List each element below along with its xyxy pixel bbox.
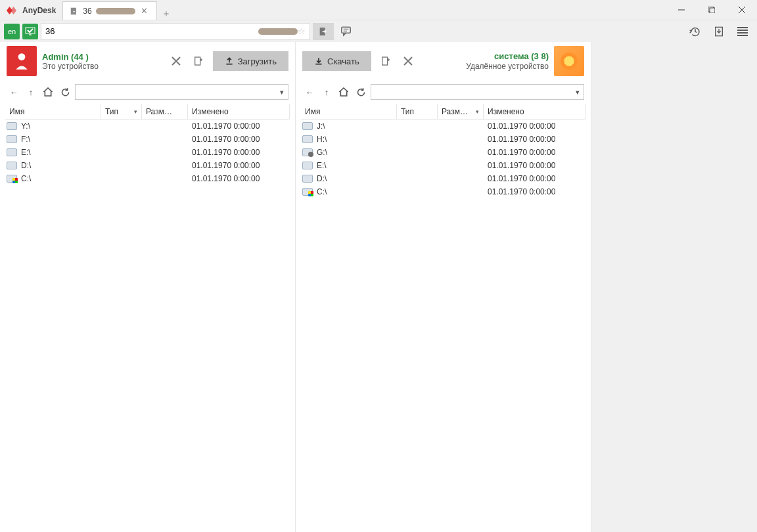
nav-back-icon[interactable]: ← xyxy=(302,85,317,99)
drive-name: J:\ xyxy=(317,122,325,131)
drive-row[interactable]: D:\01.01.1970 0:00:00 xyxy=(301,172,585,185)
drive-row[interactable]: Y:\01.01.1970 0:00:00 xyxy=(5,120,290,133)
nav-refresh-icon[interactable] xyxy=(354,85,368,99)
chevron-down-icon: ▾ xyxy=(576,88,580,97)
drive-row[interactable]: C:\01.01.1970 0:00:00 xyxy=(301,185,585,198)
local-header: Admin (44 ) Это устройство Загрузить xyxy=(0,42,295,80)
download-button[interactable]: Скачать xyxy=(302,51,371,71)
chevron-down-icon: ▾ xyxy=(280,88,284,97)
new-folder-button[interactable] xyxy=(191,56,206,66)
local-identity: Admin (44 ) Это устройство xyxy=(42,52,99,71)
toolbar: en ☆ xyxy=(0,20,757,42)
nav-refresh-icon[interactable] xyxy=(58,85,72,99)
drive-modified: 01.01.1970 0:00:00 xyxy=(188,148,290,157)
drive-row[interactable]: E:\01.01.1970 0:00:00 xyxy=(5,146,290,159)
chevron-down-icon: ▾ xyxy=(476,108,479,115)
drive-row[interactable]: H:\01.01.1970 0:00:00 xyxy=(301,133,585,146)
col-mod[interactable]: Изменено xyxy=(188,104,290,119)
favorite-icon[interactable]: ☆ xyxy=(298,26,306,36)
drive-name: E:\ xyxy=(21,148,31,157)
drive-modified: 01.01.1970 0:00:00 xyxy=(484,161,585,170)
remote-identity: система (3 8) Удалённое устройство xyxy=(466,51,549,71)
remote-navrow: ← ↑ ▾ xyxy=(296,80,591,104)
drive-row[interactable]: J:\01.01.1970 0:00:00 xyxy=(301,120,585,133)
col-name[interactable]: Имя xyxy=(5,104,101,119)
app-name: AnyDesk xyxy=(22,6,56,15)
menu-button[interactable] xyxy=(732,23,753,40)
drive-name: E:\ xyxy=(317,161,327,170)
nav-home-icon[interactable] xyxy=(336,85,351,99)
minimize-button[interactable] xyxy=(666,0,697,20)
drive-modified: 01.01.1970 0:00:00 xyxy=(188,174,290,183)
nav-home-icon[interactable] xyxy=(41,85,55,99)
col-mod[interactable]: Изменено xyxy=(484,104,585,119)
close-pane-button[interactable] xyxy=(400,56,416,66)
upload-button[interactable]: Загрузить xyxy=(213,51,288,71)
tab-session[interactable]: 36 ✕ xyxy=(62,1,156,20)
tab-title: 36 xyxy=(83,7,91,16)
tabs: AnyDesk 36 ✕ ＋ xyxy=(0,0,175,20)
drive-modified: 01.01.1970 0:00:00 xyxy=(484,174,585,183)
drive-row[interactable]: D:\01.01.1970 0:00:00 xyxy=(5,159,290,172)
drive-name: Y:\ xyxy=(21,122,30,131)
drive-icon xyxy=(7,122,17,130)
history-button[interactable] xyxy=(685,23,706,40)
drive-modified: 01.01.1970 0:00:00 xyxy=(484,122,585,131)
lang-indicator[interactable]: en xyxy=(4,24,20,39)
drive-modified: 01.01.1970 0:00:00 xyxy=(484,135,585,144)
drive-icon xyxy=(7,162,17,169)
remote-pane: Скачать система (3 8) Удалённое устройст… xyxy=(296,42,591,532)
remote-path-combo[interactable]: ▾ xyxy=(371,84,584,100)
col-type[interactable]: Тип▾ xyxy=(101,104,142,119)
svg-rect-5 xyxy=(342,27,351,33)
drive-name: F:\ xyxy=(21,135,30,144)
close-button[interactable] xyxy=(727,0,757,20)
remote-header: Скачать система (3 8) Удалённое устройст… xyxy=(296,42,591,80)
new-folder-button[interactable] xyxy=(378,56,394,66)
drive-modified: 01.01.1970 0:00:00 xyxy=(188,161,290,170)
connect-button[interactable] xyxy=(313,23,334,40)
drive-row[interactable]: C:\01.01.1970 0:00:00 xyxy=(5,172,290,185)
svg-rect-9 xyxy=(382,57,387,65)
local-avatar xyxy=(7,46,37,76)
redacted xyxy=(258,28,298,35)
titlebar: AnyDesk 36 ✕ ＋ xyxy=(0,0,757,20)
drive-modified: 01.01.1970 0:00:00 xyxy=(188,122,290,131)
nav-up-icon[interactable]: ↑ xyxy=(24,85,38,99)
drive-name: G:\ xyxy=(317,148,327,157)
close-pane-button[interactable] xyxy=(168,56,184,66)
address-input[interactable] xyxy=(45,26,256,36)
drive-row[interactable]: F:\01.01.1970 0:00:00 xyxy=(5,133,290,146)
nav-up-icon[interactable]: ↑ xyxy=(319,85,334,99)
nav-back-icon[interactable]: ← xyxy=(7,85,21,99)
drive-icon xyxy=(7,148,17,156)
download-label: Скачать xyxy=(327,56,359,66)
workspace: Admin (44 ) Это устройство Загрузить ← ↑… xyxy=(0,42,757,532)
local-subtitle: Это устройство xyxy=(42,62,99,71)
address-field[interactable]: ☆ xyxy=(41,23,310,40)
local-navrow: ← ↑ ▾ xyxy=(0,80,295,104)
local-path-combo[interactable]: ▾ xyxy=(75,84,288,100)
drive-row[interactable]: G:\01.01.1970 0:00:00 xyxy=(301,146,585,159)
drive-icon xyxy=(302,122,313,130)
new-tab-button[interactable]: ＋ xyxy=(157,8,175,20)
upload-label: Загрузить xyxy=(238,56,277,66)
col-type[interactable]: Тип xyxy=(397,104,438,119)
tab-home[interactable]: AnyDesk xyxy=(0,1,62,20)
install-button[interactable] xyxy=(708,23,729,40)
remote-list: Имя Тип Разм…▾ Изменено J:\01.01.1970 0:… xyxy=(296,104,591,198)
maximize-button[interactable] xyxy=(697,0,727,20)
tab-close-icon[interactable]: ✕ xyxy=(139,6,150,16)
redacted xyxy=(96,8,135,14)
window-controls xyxy=(666,0,757,20)
chat-button[interactable] xyxy=(336,23,357,40)
monitor-status-icon[interactable] xyxy=(22,24,38,39)
drive-name: H:\ xyxy=(317,135,327,144)
col-name[interactable]: Имя xyxy=(301,104,397,119)
col-size[interactable]: Разм…▾ xyxy=(438,104,484,119)
drive-icon xyxy=(302,135,313,143)
drive-name: C:\ xyxy=(21,174,31,183)
drive-row[interactable]: E:\01.01.1970 0:00:00 xyxy=(301,159,585,172)
col-size[interactable]: Разм… xyxy=(142,104,188,119)
svg-point-7 xyxy=(18,53,26,60)
